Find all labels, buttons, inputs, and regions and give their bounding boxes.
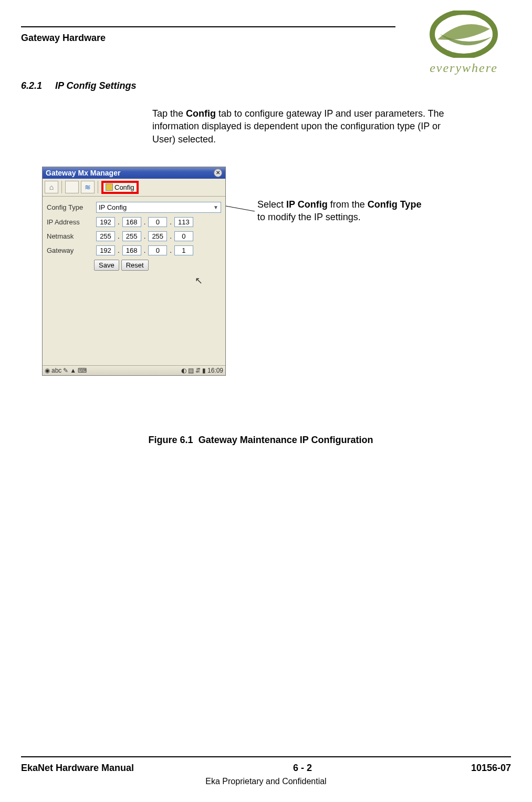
taskbar: ◉ abc ✎ ▲ ⌨ ◐ ▤ ⇵ ▮ 16:09: [43, 365, 225, 375]
figure-area: Gateway Mx Manager ✕ ⌂ ≋ Config Config T…: [21, 167, 500, 429]
toolbar-home-button[interactable]: ⌂: [45, 181, 58, 193]
battery-icon: ▮: [202, 367, 206, 374]
config-tab[interactable]: Config: [101, 181, 139, 194]
page-footer: EkaNet Hardware Manual 6 - 2 10156-07 Ek…: [21, 756, 511, 786]
figure-label: Figure 6.1: [149, 435, 193, 445]
cursor-icon: ↖: [195, 275, 203, 286]
toolbar: ⌂ ≋ Config: [43, 179, 225, 197]
close-icon[interactable]: ✕: [214, 169, 222, 177]
save-button[interactable]: Save: [94, 260, 119, 271]
clock: 16:09: [207, 367, 223, 374]
netmask-octet-4[interactable]: 0: [174, 231, 193, 241]
start-icon[interactable]: ◉: [45, 367, 50, 374]
ip-octet-3[interactable]: 0: [148, 217, 167, 227]
section-heading: 6.2.1 IP Config Settings: [21, 80, 500, 91]
config-type-value: IP Config: [99, 203, 127, 211]
toolbar-separator: [61, 181, 62, 193]
footer-confidential: Eka Proprietary and Confidential: [21, 777, 511, 786]
section-title: IP Config Settings: [55, 80, 136, 91]
config-tab-icon: [106, 183, 113, 191]
footer-doc-id: 10156-07: [471, 763, 511, 774]
netmask-octet-1[interactable]: 255: [96, 231, 115, 241]
figure-caption: Figure 6.1 Gateway Maintenance IP Config…: [21, 435, 500, 446]
net-icon: ⇵: [195, 367, 201, 374]
app-window: Gateway Mx Manager ✕ ⌂ ≋ Config Config T…: [42, 167, 226, 376]
config-type-label: Config Type: [47, 203, 94, 211]
netmask-octet-2[interactable]: 255: [122, 231, 141, 241]
ime-label[interactable]: abc: [51, 367, 61, 374]
ip-octet-1[interactable]: 192: [96, 217, 115, 227]
keyboard-icon[interactable]: ⌨: [78, 367, 87, 374]
gw-octet-3[interactable]: 0: [148, 245, 167, 255]
footer-rule: [21, 756, 511, 757]
toolbar-separator: [98, 181, 98, 193]
gateway-label: Gateway: [47, 246, 94, 254]
wifi-icon[interactable]: ≋: [81, 181, 95, 193]
section-number: 6.2.1: [21, 80, 42, 91]
logo-swirl-icon: [430, 11, 498, 58]
header-rule: [21, 26, 395, 27]
titlebar: Gateway Mx Manager ✕: [43, 167, 225, 179]
reset-button[interactable]: Reset: [121, 260, 149, 271]
window-title: Gateway Mx Manager: [46, 169, 120, 177]
gw-octet-2[interactable]: 168: [122, 245, 141, 255]
gw-octet-1[interactable]: 192: [96, 245, 115, 255]
config-type-combo[interactable]: IP Config ▼: [96, 202, 221, 213]
callout-text: Select IP Config from the Config Type to…: [257, 198, 494, 224]
chevron-down-icon: ▼: [213, 204, 218, 210]
toolbar-blank-button[interactable]: [65, 181, 79, 193]
ip-address-label: IP Address: [47, 218, 94, 226]
netmask-label: Netmask: [47, 232, 94, 240]
status-icon: ◐: [181, 367, 186, 374]
footer-page-number: 6 - 2: [293, 763, 312, 774]
gw-octet-4[interactable]: 1: [174, 245, 193, 255]
figure-title: Gateway Maintenance IP Configuration: [199, 435, 373, 445]
page-header-title: Gateway Hardware: [21, 33, 106, 44]
doc-icon: ▤: [188, 367, 194, 374]
ip-octet-2[interactable]: 168: [122, 217, 141, 227]
pen-icon[interactable]: ✎: [63, 367, 68, 374]
brand-logo: everywhere: [416, 11, 511, 75]
netmask-octet-3[interactable]: 255: [148, 231, 167, 241]
up-icon[interactable]: ▲: [70, 367, 76, 374]
footer-doc-title: EkaNet Hardware Manual: [21, 763, 134, 774]
config-tab-label: Config: [114, 183, 134, 191]
ip-octet-4[interactable]: 113: [174, 217, 193, 227]
logo-text: everywhere: [416, 61, 511, 75]
intro-paragraph: Tap the Config tab to configure gateway …: [152, 107, 458, 146]
